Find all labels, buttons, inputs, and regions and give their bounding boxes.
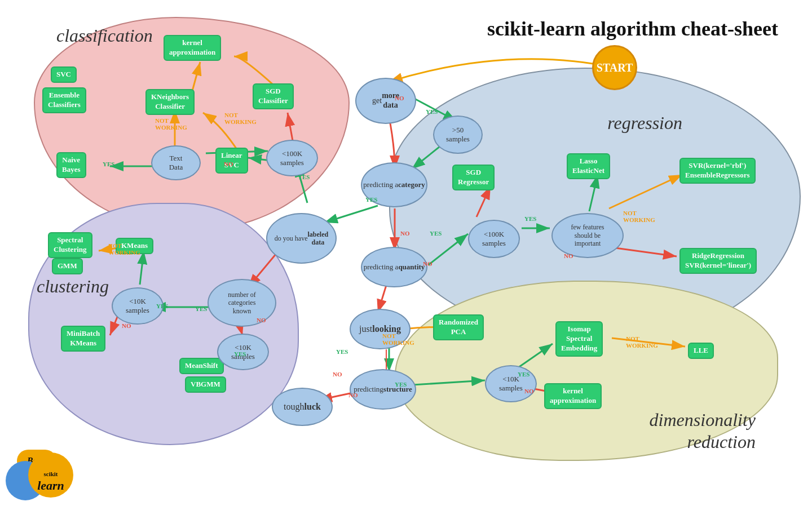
label-classification: classification [56, 25, 153, 46]
logo-orange-circle: scikit learn [28, 452, 73, 498]
algo-svc[interactable]: SVC [51, 66, 77, 83]
label-yes-justlooking: YES [336, 348, 348, 355]
label-nw-isomap: NOTWORKING [626, 335, 658, 349]
decision-gt50k[interactable]: >50samples [433, 116, 483, 154]
algo-gmm[interactable]: GMM [52, 258, 83, 274]
algo-kernel-approx-top[interactable]: kernelapproximation [164, 35, 221, 61]
algo-svr-rbf[interactable]: SVR(kernel='rbf')EnsembleRegressors [679, 158, 756, 184]
decision-predicting-structure[interactable]: predictingstructure [350, 369, 416, 410]
label-yes-labeled: YES [298, 174, 310, 180]
label-yes-catknown: YES [195, 305, 207, 312]
label-no-moredata: NO [395, 95, 404, 101]
label-nw-kneighbors: NOTWORKING [224, 112, 257, 125]
decision-lt100k-reg[interactable]: <100Ksamples [468, 220, 520, 258]
start-button[interactable]: START [592, 45, 637, 90]
main-canvas: classification clustering regression dim… [0, 0, 812, 506]
page-title: scikit-learn algorithm cheat-sheet [487, 17, 778, 41]
label-regression: regression [607, 113, 682, 134]
algo-lle[interactable]: LLE [688, 343, 714, 359]
label-no-lt10k: NO [122, 322, 131, 329]
label-no-text: NO [224, 161, 233, 167]
label-no-structure: NO [348, 392, 358, 398]
sklearn-logo: scikit learn [6, 450, 85, 500]
label-yes-gt50k: YES [426, 108, 438, 115]
algo-spectral-clustering[interactable]: SpectralClustering [48, 232, 92, 258]
label-no-catknown: NO [257, 317, 266, 323]
label-no-justlooking: NO [333, 371, 342, 378]
decision-predicting-quantity[interactable]: predicting aquantity [361, 247, 427, 287]
label-no-category: NO [400, 230, 410, 237]
algo-ridge-regression[interactable]: RidgeRegressionSVR(kernel='linear') [679, 248, 757, 274]
label-clustering: clustering [37, 276, 109, 297]
label-yes-category: YES [365, 196, 377, 203]
decision-few-features[interactable]: few featuresshould beimportant [551, 213, 624, 258]
label-yes-lt10k: YES [156, 303, 168, 309]
label-no-fewfeatures: NO [564, 252, 573, 259]
algo-kneighbors[interactable]: KNeighborsClassifier [145, 89, 195, 115]
algo-vbgmm[interactable]: VBGMM [185, 376, 226, 393]
label-yes-lt10kdim: YES [518, 371, 529, 378]
label-yes-structure: YES [395, 381, 407, 388]
label-no-lt100kreg: NO [423, 260, 433, 267]
algo-minibatch-kmeans[interactable]: MiniBatchKMeans [61, 326, 105, 352]
label-nw-fewfeatures: NOTWORKING [623, 210, 655, 223]
decision-get-more-data[interactable]: getmoredata [355, 78, 416, 124]
label-yes-text: YES [103, 161, 114, 167]
label-yes-lt100kreg: YES [430, 230, 442, 237]
logo-text: scikit learn [37, 469, 64, 493]
label-nw-linearsvc: NOTWORKING [155, 117, 187, 131]
algo-kernel-approx-bottom[interactable]: kernelapproximation [544, 383, 602, 409]
label-nw-kmeans: NOTWORKING [108, 242, 140, 256]
label-dimensionality: dimensionalityreduction [650, 409, 756, 452]
algo-naive-bayes[interactable]: NaiveBayes [56, 152, 86, 178]
algo-lasso-elasticnet[interactable]: LassoElasticNet [567, 153, 610, 179]
algo-meanshift[interactable]: MeanShift [179, 358, 224, 374]
decision-labeled-data[interactable]: do you havelabeleddata [266, 213, 337, 264]
algo-sgd-classifier[interactable]: SGDClassifier [253, 83, 294, 109]
label-yes-fewfeatures: YES [524, 215, 536, 222]
label-nw-justlooking: NOTWORKING [382, 332, 414, 346]
label-yes-lt10kcat: YES [234, 350, 246, 357]
label-no-lt10kdim: NO [524, 388, 534, 394]
decision-lt100k-class[interactable]: <100Ksamples [266, 140, 318, 176]
algo-ensemble-classifiers[interactable]: EnsembleClassifiers [42, 87, 86, 113]
algo-randomized-pca[interactable]: RandomizedPCA [433, 314, 484, 340]
decision-tough-luck[interactable]: toughluck [272, 388, 333, 426]
algo-sgd-regressor[interactable]: SGDRegressor [452, 165, 495, 190]
algo-isomap-spectral[interactable]: IsomapSpectralEmbedding [555, 321, 603, 357]
decision-text-data[interactable]: TextData [151, 145, 201, 180]
